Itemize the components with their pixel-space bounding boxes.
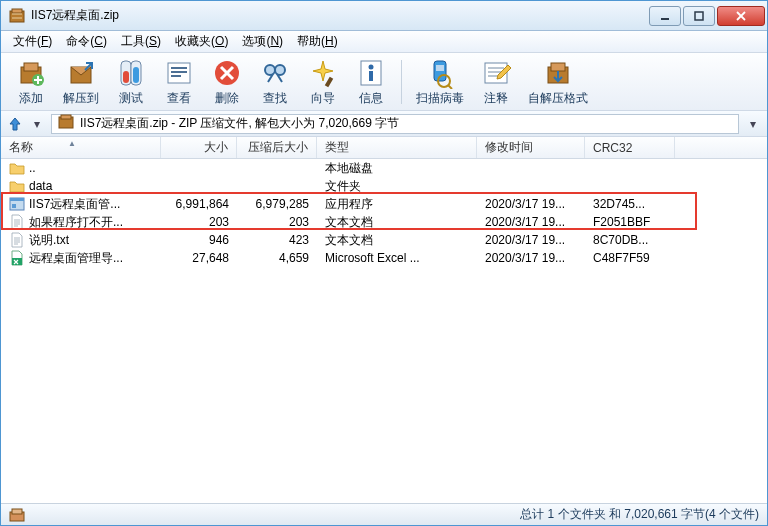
svg-rect-7	[24, 63, 38, 71]
status-icon-left	[9, 507, 25, 523]
menu-s[interactable]: 工具(S)	[115, 31, 167, 52]
sfx-icon	[542, 57, 574, 89]
close-button[interactable]	[717, 6, 765, 26]
file-list[interactable]: ..本地磁盘data文件夹IIS7远程桌面管...6,991,8646,979,…	[1, 159, 767, 503]
sfx-label: 自解压格式	[528, 90, 588, 107]
svg-point-16	[265, 65, 275, 75]
address-box[interactable]: IIS7远程桌面.zip - ZIP 压缩文件, 解包大小为 7,020,669…	[51, 114, 739, 134]
delete-icon	[211, 57, 243, 89]
comment-button[interactable]: 注释	[474, 55, 518, 109]
svg-rect-31	[10, 198, 24, 201]
up-dropdown-icon[interactable]: ▾	[29, 117, 45, 131]
file-type: 文本文档	[317, 214, 477, 231]
svg-rect-23	[436, 65, 444, 71]
scan-icon	[424, 57, 456, 89]
file-size: 6,991,864	[161, 197, 237, 211]
file-packed: 4,659	[237, 251, 317, 265]
file-name: 如果程序打不开...	[29, 214, 123, 231]
wizard-button[interactable]: 向导	[301, 55, 345, 109]
menu-c[interactable]: 命令(C)	[60, 31, 113, 52]
wizard-icon	[307, 57, 339, 89]
add-icon	[15, 57, 47, 89]
extract-icon	[65, 57, 97, 89]
file-name: 远程桌面管理导...	[29, 250, 123, 267]
file-name: data	[29, 179, 52, 193]
info-button[interactable]: 信息	[349, 55, 393, 109]
test-button[interactable]: 测试	[109, 55, 153, 109]
svg-rect-18	[325, 76, 333, 87]
find-label: 查找	[263, 90, 287, 107]
table-row[interactable]: data文件夹	[1, 177, 767, 195]
view-icon	[163, 57, 195, 89]
sfx-button[interactable]: 自解压格式	[522, 55, 594, 109]
file-type: 应用程序	[317, 196, 477, 213]
svg-rect-27	[551, 63, 565, 71]
file-packed: 6,979,285	[237, 197, 317, 211]
file-crc: 8C70DB...	[585, 233, 675, 247]
up-icon[interactable]	[7, 116, 23, 132]
table-row[interactable]: IIS7远程桌面管...6,991,8646,979,285应用程序2020/3…	[1, 195, 767, 213]
file-packed: 203	[237, 215, 317, 229]
file-size: 946	[161, 233, 237, 247]
view-button[interactable]: 查看	[157, 55, 201, 109]
extract-label: 解压到	[63, 90, 99, 107]
file-mtime: 2020/3/17 19...	[477, 251, 585, 265]
col-size[interactable]: 大小	[161, 137, 237, 158]
archive-icon	[58, 114, 74, 133]
file-type: 本地磁盘	[317, 160, 477, 177]
info-label: 信息	[359, 90, 383, 107]
col-type[interactable]: 类型	[317, 137, 477, 158]
svg-rect-11	[123, 71, 129, 83]
file-size: 27,648	[161, 251, 237, 265]
file-crc: F2051BBF	[585, 215, 675, 229]
file-type: 文件夹	[317, 178, 477, 195]
menu-h[interactable]: 帮助(H)	[291, 31, 344, 52]
folder-icon	[9, 178, 25, 194]
test-label: 测试	[119, 90, 143, 107]
table-row[interactable]: 如果程序打不开...203203文本文档2020/3/17 19...F2051…	[1, 213, 767, 231]
toolbar-separator	[401, 60, 402, 104]
sort-indicator-icon: ▲	[68, 139, 76, 148]
table-row[interactable]: 说明.txt946423文本文档2020/3/17 19...8C70DB...	[1, 231, 767, 249]
svg-rect-1	[12, 9, 22, 13]
svg-rect-32	[12, 204, 16, 208]
maximize-button[interactable]	[683, 6, 715, 26]
wizard-label: 向导	[311, 90, 335, 107]
file-name: 说明.txt	[29, 232, 69, 249]
address-dropdown-icon[interactable]: ▾	[745, 117, 761, 131]
file-name: ..	[29, 161, 36, 175]
col-packed[interactable]: 压缩后大小	[237, 137, 317, 158]
delete-button[interactable]: 删除	[205, 55, 249, 109]
scan-button[interactable]: 扫描病毒	[410, 55, 470, 109]
file-name: IIS7远程桌面管...	[29, 196, 120, 213]
add-button[interactable]: 添加	[9, 55, 53, 109]
col-crc[interactable]: CRC32	[585, 137, 675, 158]
menu-o[interactable]: 收藏夹(O)	[169, 31, 234, 52]
delete-label: 删除	[215, 90, 239, 107]
svg-rect-35	[12, 509, 22, 514]
table-row[interactable]: ..本地磁盘	[1, 159, 767, 177]
col-name[interactable]: 名称▲	[1, 137, 161, 158]
view-label: 查看	[167, 90, 191, 107]
titlebar: IIS7远程桌面.zip	[1, 1, 767, 31]
txt-icon	[9, 214, 25, 230]
col-mtime[interactable]: 修改时间	[477, 137, 585, 158]
toolbar: 添加解压到测试查看删除查找向导信息扫描病毒注释自解压格式	[1, 53, 767, 111]
svg-point-17	[275, 65, 285, 75]
table-row[interactable]: 远程桌面管理导...27,6484,659Microsoft Excel ...…	[1, 249, 767, 267]
file-crc: C48F7F59	[585, 251, 675, 265]
find-button[interactable]: 查找	[253, 55, 297, 109]
statusbar: 总计 1 个文件夹 和 7,020,661 字节(4 个文件)	[1, 503, 767, 525]
extract-button[interactable]: 解压到	[57, 55, 105, 109]
scan-label: 扫描病毒	[416, 90, 464, 107]
address-text: IIS7远程桌面.zip - ZIP 压缩文件, 解包大小为 7,020,669…	[80, 115, 399, 132]
menu-f[interactable]: 文件(F)	[7, 31, 58, 52]
svg-rect-3	[695, 12, 703, 20]
minimize-button[interactable]	[649, 6, 681, 26]
exe-icon	[9, 196, 25, 212]
menubar: 文件(F)命令(C)工具(S)收藏夹(O)选项(N)帮助(H)	[1, 31, 767, 53]
file-crc: 32D745...	[585, 197, 675, 211]
file-packed: 423	[237, 233, 317, 247]
file-type: Microsoft Excel ...	[317, 251, 477, 265]
menu-n[interactable]: 选项(N)	[236, 31, 289, 52]
